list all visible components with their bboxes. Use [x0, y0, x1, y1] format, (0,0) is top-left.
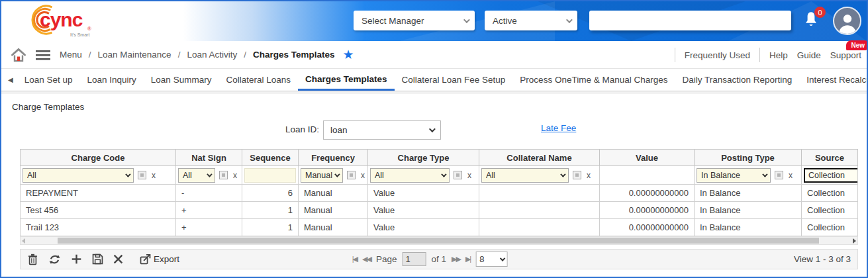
- help-link[interactable]: Help: [769, 50, 788, 60]
- breadcrumb-loan-maintenance[interactable]: Loan Maintenance: [98, 50, 171, 60]
- filter-charge-code-dropdown[interactable]: All: [23, 168, 134, 183]
- breadcrumb-separator: /: [178, 50, 181, 60]
- user-avatar[interactable]: [833, 7, 861, 35]
- hamburger-menu-icon[interactable]: [36, 50, 50, 60]
- cell-posting-type: In Balance: [695, 219, 802, 236]
- save-button[interactable]: [92, 254, 103, 265]
- frequently-used-link[interactable]: Frequently Used: [685, 50, 750, 60]
- cell-source: Collection: [802, 202, 858, 219]
- scroll-left-icon[interactable]: [22, 238, 25, 244]
- status-dropdown[interactable]: Active: [485, 11, 577, 30]
- page-label: Page: [376, 254, 397, 264]
- filter-clear-button[interactable]: x: [233, 171, 237, 180]
- next-page-button[interactable]: ▶▶: [452, 255, 460, 263]
- notifications-button[interactable]: 0: [802, 11, 825, 33]
- add-button[interactable]: [71, 254, 82, 265]
- filter-posting-type-dropdown[interactable]: In Balance: [697, 168, 771, 183]
- column-header-nat-sign: Nat Sign: [176, 150, 242, 166]
- support-link[interactable]: Support: [830, 50, 861, 60]
- tab-loan-summary[interactable]: Loan Summary: [144, 69, 219, 91]
- filter-sequence-input[interactable]: [244, 168, 296, 183]
- filter-nat-sign-dropdown[interactable]: All: [178, 168, 215, 183]
- guide-link[interactable]: Guide: [797, 50, 821, 60]
- filter-row: Allx Allx Manualx Allx Allx: [21, 166, 858, 185]
- last-page-button[interactable]: ▶|: [465, 255, 470, 263]
- cell-frequency: Manual: [299, 219, 368, 236]
- filter-options-button[interactable]: [573, 171, 581, 179]
- cell-posting-type: In Balance: [695, 185, 802, 202]
- filter-source-input[interactable]: [804, 168, 858, 183]
- filter-clear-button[interactable]: x: [361, 171, 365, 180]
- filter-clear-button[interactable]: x: [587, 171, 591, 180]
- filter-options-button[interactable]: [775, 171, 783, 179]
- breadcrumb-loan-activity[interactable]: Loan Activity: [187, 50, 237, 60]
- filter-clear-button[interactable]: x: [152, 171, 156, 180]
- export-icon: [140, 254, 151, 265]
- status-value: Active: [493, 16, 517, 26]
- tab-daily-transaction-reporting[interactable]: Daily Transaction Reporting: [675, 69, 799, 91]
- tab-collateral-loan-fee-setup[interactable]: Collateral Loan Fee Setup: [395, 69, 513, 91]
- cancel-button[interactable]: [113, 254, 123, 264]
- filter-frequency-dropdown[interactable]: Manual: [301, 168, 343, 183]
- first-page-button[interactable]: |◀: [352, 255, 357, 263]
- grid-footer: Export |◀ ◀◀ Page of 1 ▶▶ ▶| 8 View 1 - …: [20, 249, 858, 269]
- column-header-charge-code: Charge Code: [21, 150, 176, 166]
- cell-charge-type: Value: [368, 202, 479, 219]
- scrollbar-thumb[interactable]: [58, 238, 819, 244]
- cell-frequency: Manual: [299, 185, 368, 202]
- column-header-collateral-name: Collateral Name: [479, 150, 600, 166]
- table-row[interactable]: Test 456 + 1 Manual Value 0.00000000000 …: [21, 202, 858, 219]
- favorite-star-icon[interactable]: ★: [343, 47, 354, 62]
- breadcrumb-menu[interactable]: Menu: [60, 50, 82, 60]
- charge-templates-grid: Charge Code Nat Sign Sequence Frequency …: [20, 149, 858, 236]
- filter-options-button[interactable]: [454, 171, 462, 179]
- cell-charge-code: REPAYMENT: [21, 185, 176, 202]
- page-number-input[interactable]: [402, 252, 426, 266]
- filter-collateral-name-dropdown[interactable]: All: [481, 168, 569, 183]
- refresh-button[interactable]: [48, 254, 61, 265]
- loan-id-dropdown[interactable]: loan: [323, 120, 441, 140]
- select-manager-value: Select Manager: [362, 16, 424, 26]
- scroll-right-icon[interactable]: [853, 238, 856, 244]
- tabs-scroll-left-icon[interactable]: ◀: [4, 76, 17, 83]
- table-row[interactable]: Trail 123 + 1 Manual Value 0.00000000000…: [21, 219, 858, 236]
- tab-loan-inquiry[interactable]: Loan Inquiry: [80, 69, 144, 91]
- breadcrumb-separator: /: [244, 50, 246, 60]
- new-badge: New: [846, 40, 868, 50]
- main-content: Charge Templates Loan ID: loan Late Fee …: [1, 102, 867, 269]
- select-manager-dropdown[interactable]: Select Manager: [354, 11, 475, 30]
- chevron-down-icon: [566, 17, 573, 23]
- cell-posting-type: In Balance: [695, 202, 802, 219]
- tab-process-onetime-manual-charges[interactable]: Process OneTime & Manual Charges: [512, 69, 675, 91]
- tab-charges-templates[interactable]: Charges Templates: [298, 69, 395, 91]
- page-count-label: of 1: [431, 254, 446, 264]
- tab-loan-set-up[interactable]: Loan Set up: [17, 69, 80, 91]
- export-button[interactable]: Export: [140, 254, 179, 265]
- filter-clear-button[interactable]: x: [789, 171, 793, 180]
- filter-clear-button[interactable]: x: [467, 171, 471, 180]
- table-row[interactable]: REPAYMENT - 6 Manual Value 0.00000000000…: [21, 185, 858, 202]
- cell-charge-type: Value: [368, 219, 479, 236]
- page-size-dropdown[interactable]: 8: [475, 252, 507, 267]
- column-header-charge-type: Charge Type: [368, 150, 479, 166]
- pagination: |◀ ◀◀ Page of 1 ▶▶ ▶| 8: [352, 250, 508, 269]
- cync-logo: cync ® It's Smart: [19, 4, 131, 41]
- late-fee-link[interactable]: Late Fee: [541, 123, 576, 133]
- filter-options-button[interactable]: [347, 171, 356, 179]
- tab-collateral-loans[interactable]: Collateral Loans: [218, 69, 298, 91]
- cell-frequency: Manual: [299, 202, 368, 219]
- horizontal-scrollbar[interactable]: [20, 236, 858, 245]
- column-header-source: Source: [802, 150, 858, 166]
- plus-icon: [71, 254, 82, 265]
- global-search-input[interactable]: [589, 11, 791, 30]
- delete-button[interactable]: [27, 254, 38, 265]
- filter-charge-type-dropdown[interactable]: All: [370, 168, 450, 183]
- cell-sequence: 1: [242, 202, 299, 219]
- logo-tagline: It's Smart: [70, 32, 89, 37]
- home-icon[interactable]: [11, 48, 26, 62]
- prev-page-button[interactable]: ◀◀: [362, 255, 371, 263]
- filter-options-button[interactable]: [219, 171, 228, 179]
- filter-options-button[interactable]: [138, 171, 146, 179]
- chevron-down-icon: [499, 255, 505, 261]
- tab-interest-recalculation[interactable]: Interest Recalculation: [799, 69, 868, 91]
